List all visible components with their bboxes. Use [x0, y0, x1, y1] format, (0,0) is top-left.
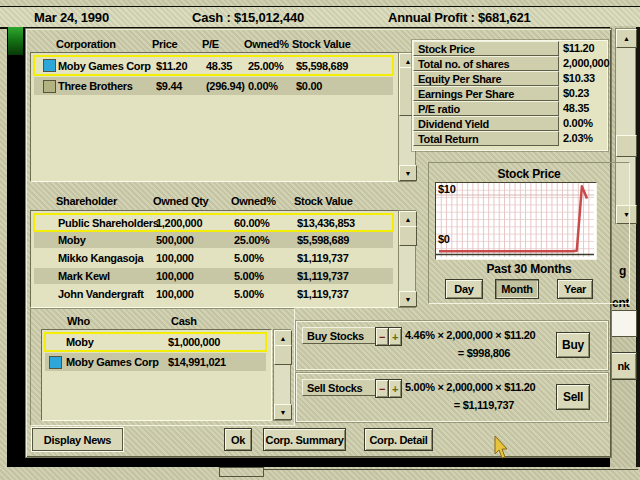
- sell-formula: 5.00% × 2,000,000 × $11.20: [405, 381, 535, 393]
- portfolio-scrollbar[interactable]: ▲ ▼: [273, 329, 291, 421]
- corporation-list: Moby Games Corp $11.20 48.35 25.00% $5,5…: [30, 52, 399, 182]
- scroll-up-icon[interactable]: ▲: [399, 211, 417, 227]
- sh-name-cell: John Vandergraft: [58, 288, 144, 300]
- sh-header-value: Stock Value: [294, 195, 352, 207]
- stat-label: P/E ratio: [413, 101, 559, 116]
- sh-header-qty: Owned Qty: [153, 195, 208, 207]
- portfolio-panel: Who Cash Moby $1,000,000 Moby Games Corp…: [30, 308, 295, 426]
- scrollbar-thumb[interactable]: [399, 226, 417, 246]
- stat-label: Earnings Per Share: [413, 86, 559, 101]
- sell-button[interactable]: Sell: [556, 384, 590, 410]
- stat-value: $11.20: [563, 42, 594, 54]
- sell-increase-button[interactable]: +: [388, 379, 402, 398]
- corp-detail-button[interactable]: Corp. Detail: [364, 428, 433, 451]
- table-row[interactable]: Three Brothers $9.44 (296.94) 0.00% $0.0…: [34, 77, 393, 95]
- corp-value-cell: $0.00: [296, 80, 322, 92]
- stat-value: 0.00%: [563, 117, 593, 129]
- corp-price-cell: $11.20: [156, 60, 187, 72]
- corp-summary-button[interactable]: Corp. Summary: [263, 428, 346, 451]
- corp-color-icon: [43, 80, 56, 93]
- table-row[interactable]: Moby Games Corp $11.20 48.35 25.00% $5,5…: [33, 55, 394, 76]
- table-row[interactable]: Mikko Kangasoja 100,000 5.00% $1,119,737: [34, 250, 393, 266]
- stat-label: Stock Price: [413, 41, 559, 56]
- stat-value: 2,000,000: [563, 57, 609, 69]
- sh-name-cell: Public Shareholders: [58, 217, 159, 229]
- scroll-down-icon[interactable]: ▼: [274, 404, 292, 420]
- display-news-button[interactable]: Display News: [31, 427, 124, 452]
- chart-day-button[interactable]: Day: [445, 279, 483, 299]
- corp-owned-cell: 0.00%: [248, 80, 278, 92]
- corp-value-cell: $5,598,689: [296, 60, 348, 72]
- who-name-cell: Moby: [66, 336, 94, 348]
- scroll-up-icon[interactable]: ▲: [274, 330, 292, 346]
- corp-header-price: Price: [152, 38, 177, 50]
- stat-label: Equity Per Share: [413, 71, 559, 86]
- sh-qty-cell: 100,000: [156, 252, 194, 264]
- table-row[interactable]: Mark Kewl 100,000 5.00% $1,119,737: [34, 268, 393, 284]
- sh-pct-cell: 25.00%: [234, 234, 270, 246]
- background-button-fragment[interactable]: nk: [610, 352, 637, 380]
- buy-result: = $998,806: [409, 347, 559, 359]
- corp-pe-cell: 48.35: [206, 60, 232, 72]
- scroll-down-icon[interactable]: ▼: [399, 165, 417, 181]
- background-input-fragment: [611, 310, 637, 337]
- buy-decrease-button[interactable]: −: [375, 327, 389, 346]
- list-item[interactable]: Moby $1,000,000: [44, 332, 267, 352]
- date-label: Mar 24, 1990: [34, 10, 109, 25]
- ok-button[interactable]: Ok: [224, 428, 252, 451]
- background-widget-fragment: [219, 467, 264, 477]
- stat-label: Total no. of shares: [413, 56, 559, 71]
- sh-value-cell: $1,119,737: [297, 288, 348, 300]
- who-cash-cell: $14,991,021: [168, 356, 226, 368]
- sh-value-cell: $13,436,853: [297, 217, 355, 229]
- corp-header-pe: P/E: [202, 38, 219, 50]
- chart-plot-area: $10 $0: [435, 182, 597, 260]
- stat-value: 48.35: [563, 102, 589, 114]
- sh-pct-cell: 5.00%: [234, 288, 264, 300]
- buy-increase-button[interactable]: +: [388, 327, 402, 346]
- sh-pct-cell: 5.00%: [234, 252, 264, 264]
- corp-owned-cell: 25.00%: [248, 60, 284, 72]
- shareholder-list: Public Shareholders 1,200,000 60.00% $13…: [30, 210, 399, 308]
- sell-result: = $1,119,737: [409, 399, 559, 411]
- chart-month-button[interactable]: Month: [495, 279, 539, 299]
- mouse-cursor-icon: [494, 436, 510, 460]
- scrollbar-thumb[interactable]: [616, 135, 637, 157]
- who-header: Who: [67, 315, 90, 327]
- corp-header-name: Corporation: [56, 38, 116, 50]
- cash-header: Cash: [171, 315, 197, 327]
- table-row[interactable]: John Vandergraft 100,000 5.00% $1,119,73…: [34, 286, 393, 302]
- stock-price-line-chart: [436, 183, 594, 257]
- sh-qty-cell: 100,000: [156, 270, 194, 282]
- scroll-down-icon[interactable]: ▼: [399, 291, 417, 307]
- list-item[interactable]: Moby Games Corp $14,991,021: [45, 353, 266, 371]
- sell-decrease-button[interactable]: −: [375, 379, 389, 398]
- sh-qty-cell: 500,000: [156, 234, 194, 246]
- table-row[interactable]: Public Shareholders 1,200,000 60.00% $13…: [33, 213, 394, 232]
- chart-year-button[interactable]: Year: [557, 279, 593, 299]
- stat-value: $10.33: [563, 72, 595, 84]
- who-name-cell: Moby Games Corp: [66, 356, 159, 368]
- corp-header-value: Stock Value: [292, 38, 350, 50]
- shareholder-scrollbar[interactable]: ▲ ▼: [398, 210, 416, 308]
- stat-label: Total Return: [413, 131, 559, 146]
- sh-name-cell: Mikko Kangasoja: [58, 252, 143, 264]
- sh-name-cell: Mark Kewl: [58, 270, 110, 282]
- buy-button[interactable]: Buy: [556, 332, 590, 358]
- corp-header-owned: Owned%: [244, 38, 289, 50]
- scrollbar-thumb[interactable]: [274, 345, 292, 365]
- corp-name-cell: Moby Games Corp: [58, 60, 151, 72]
- frame-left: [0, 24, 7, 468]
- buy-stocks-label: Buy Stocks: [302, 327, 378, 344]
- table-row[interactable]: Moby 500,000 25.00% $5,598,689: [34, 232, 393, 248]
- frame-right: [636, 24, 640, 467]
- sh-header-pct: Owned%: [231, 195, 276, 207]
- sh-name-cell: Moby: [58, 234, 86, 246]
- sh-qty-cell: 100,000: [156, 288, 194, 300]
- corp-color-icon: [49, 356, 62, 369]
- status-bar: Mar 24, 1990 Cash : $15,012,440 Annual P…: [0, 6, 640, 29]
- corp-pe-cell: (296.94): [206, 80, 245, 92]
- scroll-up-icon[interactable]: ▲: [616, 29, 637, 48]
- sh-pct-cell: 60.00%: [234, 217, 270, 229]
- background-line-fragment: [264, 469, 638, 470]
